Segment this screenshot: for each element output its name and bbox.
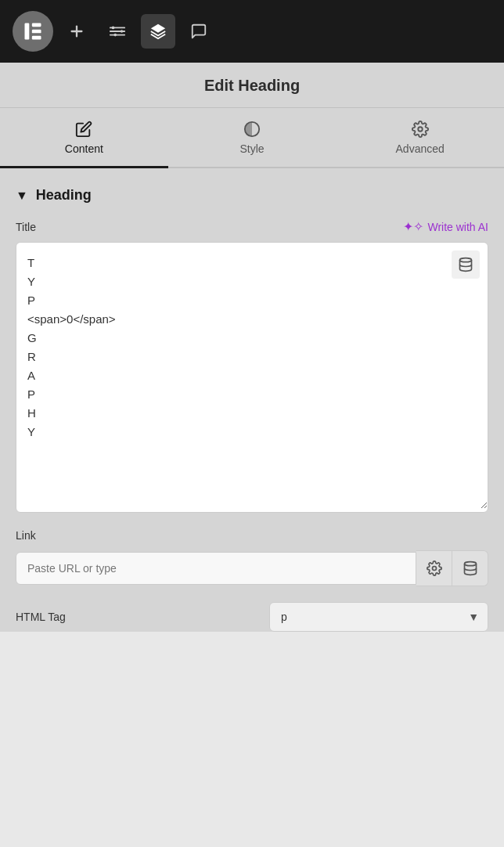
gear-icon bbox=[412, 121, 429, 138]
svg-rect-0 bbox=[25, 23, 30, 40]
link-dynamic-button[interactable] bbox=[452, 550, 488, 586]
svg-point-14 bbox=[418, 127, 423, 132]
add-icon bbox=[68, 23, 85, 40]
svg-rect-3 bbox=[32, 36, 41, 40]
html-tag-row: HTML Tag p h1 h2 h3 h4 h5 h6 div span ▼ bbox=[16, 602, 488, 632]
svg-rect-2 bbox=[32, 30, 41, 34]
main-content: ▼ Heading Title ✦✧ Write with AI T Y P <… bbox=[0, 168, 504, 632]
title-textarea[interactable]: T Y P <span>0</span> G R A P H Y bbox=[16, 243, 488, 509]
title-textarea-container: T Y P <span>0</span> G R A P H Y bbox=[16, 242, 488, 513]
filters-icon bbox=[109, 23, 126, 40]
chat-button[interactable] bbox=[182, 14, 216, 49]
link-database-icon bbox=[463, 560, 478, 576]
section-title: Heading bbox=[36, 187, 92, 204]
sparkle-icon: ✦✧ bbox=[403, 219, 423, 234]
svg-point-15 bbox=[460, 258, 472, 262]
top-nav bbox=[0, 0, 504, 63]
style-icon bbox=[243, 121, 261, 138]
link-label-row: Link bbox=[16, 528, 488, 542]
html-tag-label: HTML Tag bbox=[16, 611, 66, 623]
tab-content[interactable]: Content bbox=[0, 108, 168, 168]
elementor-logo-button[interactable] bbox=[13, 11, 53, 52]
ai-write-button[interactable]: ✦✧ Write with AI bbox=[403, 219, 488, 234]
filters-button[interactable] bbox=[100, 14, 135, 49]
pencil-icon bbox=[75, 121, 92, 138]
database-icon bbox=[458, 257, 473, 272]
layers-icon bbox=[149, 23, 167, 40]
link-input-row bbox=[16, 550, 488, 586]
section-chevron[interactable]: ▼ bbox=[16, 189, 28, 203]
ai-write-label: Write with AI bbox=[427, 221, 488, 233]
elementor-logo-icon bbox=[22, 20, 44, 42]
tab-style[interactable]: Style bbox=[168, 108, 337, 167]
layers-button[interactable] bbox=[141, 14, 175, 49]
tab-advanced[interactable]: Advanced bbox=[336, 108, 504, 167]
link-settings-button[interactable] bbox=[416, 550, 452, 586]
svg-marker-12 bbox=[151, 24, 165, 33]
page-title: Edit Heading bbox=[0, 77, 504, 95]
title-label: Title bbox=[16, 221, 36, 233]
tab-content-label: Content bbox=[65, 142, 103, 155]
chat-icon bbox=[190, 23, 207, 40]
tab-style-label: Style bbox=[239, 142, 264, 155]
textarea-dynamic-button[interactable] bbox=[452, 250, 480, 279]
svg-point-17 bbox=[464, 562, 476, 566]
title-field-label-row: Title ✦✧ Write with AI bbox=[16, 219, 488, 234]
add-button[interactable] bbox=[59, 14, 94, 49]
tab-advanced-label: Advanced bbox=[396, 142, 445, 155]
html-tag-select[interactable]: p h1 h2 h3 h4 h5 h6 div span bbox=[269, 602, 488, 632]
svg-point-16 bbox=[432, 567, 436, 571]
svg-rect-1 bbox=[32, 23, 41, 27]
link-settings-icon bbox=[427, 560, 442, 576]
html-tag-select-wrapper: p h1 h2 h3 h4 h5 h6 div span ▼ bbox=[269, 602, 488, 632]
link-label: Link bbox=[16, 529, 36, 542]
tab-bar: Content Style Advanced bbox=[0, 108, 504, 168]
link-input[interactable] bbox=[16, 552, 416, 585]
page-title-bar: Edit Heading bbox=[0, 63, 504, 108]
section-header: ▼ Heading bbox=[16, 187, 488, 204]
